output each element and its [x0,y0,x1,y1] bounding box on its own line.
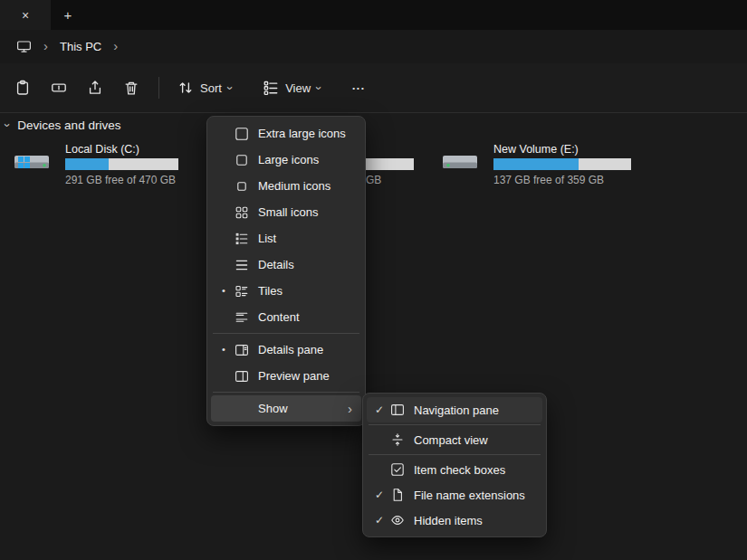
drive-free-space: GB [366,174,381,186]
sort-label: Sort [200,81,222,95]
this-pc-monitor-icon[interactable] [16,39,32,54]
new-tab-button[interactable]: + [56,4,80,26]
menu-item-label: Details pane [258,343,356,356]
sort-dropdown-button[interactable]: Sort › [168,71,241,104]
command-toolbar: Sort › View › ••• [0,63,747,113]
devices-and-drives-header[interactable]: › Devices and drives [5,119,120,132]
checkmark-icon: ✓ [375,404,384,415]
section-collapse-chevron-icon[interactable]: › [2,123,14,127]
menu-item-tiles[interactable]: • Tiles [211,278,361,304]
breadcrumb-location[interactable]: This PC [60,40,101,53]
selected-bullet: • [222,286,225,296]
file-name-extensions-icon [390,488,405,502]
menu-item-label: Medium icons [258,179,356,193]
menu-item-extra-large-icons[interactable]: Extra large icons [211,120,361,147]
paste-button[interactable] [5,71,41,104]
details-pane-icon [235,343,249,357]
menu-item-label: Navigation pane [414,403,537,417]
menu-item-label: Details [258,258,356,271]
selection-gutter: ✓ [369,489,390,500]
selection-gutter: ✓ [369,404,390,415]
breadcrumb-chevron-icon[interactable]: › [113,39,118,54]
menu-item-compact-view[interactable]: Compact view [367,427,542,452]
see-more-button[interactable]: ••• [344,71,373,104]
empty-icon-slot [235,402,249,416]
menu-separator [369,424,541,425]
drive-free-space: 137 GB free of 359 GB [493,174,604,186]
menu-item-label: Hidden items [414,514,537,527]
delete-trash-icon [123,80,139,96]
menu-separator [369,454,541,455]
checkmark-icon: ✓ [375,489,384,500]
details-icon [235,258,249,272]
selection-gutter: • [213,286,235,296]
view-dropdown-button[interactable]: View › [254,71,330,104]
breadcrumb-chevron-icon[interactable]: › [43,39,48,54]
paste-icon [14,80,31,96]
share-button[interactable] [77,71,113,104]
small-icons-icon [235,205,249,220]
selected-bullet: • [222,345,225,355]
content-icon [235,310,249,325]
menu-item-details-pane[interactable]: • Details pane [211,337,361,363]
menu-item-preview-pane[interactable]: Preview pane [211,363,361,389]
sort-arrows-icon [177,80,194,96]
menu-item-label: Item check boxes [414,463,537,477]
menu-item-label: Content [258,310,356,324]
menu-item-list[interactable]: List [211,225,361,252]
address-bar: › This PC › [0,30,747,63]
tiles-icon [235,284,249,299]
drive-usage-bar [65,158,178,170]
delete-button[interactable] [113,71,149,104]
hidden-items-eye-icon [390,513,405,527]
menu-separator [213,392,359,393]
item-check-boxes-icon [390,462,405,477]
menu-item-label: Preview pane [258,369,356,383]
rename-icon [51,80,67,96]
menu-item-item-check-boxes[interactable]: Item check boxes [367,457,542,482]
menu-item-small-icons[interactable]: Small icons [211,199,361,225]
medium-icons-icon [235,179,249,194]
checkmark-icon: ✓ [375,515,384,526]
drive-usage-fill [493,158,579,170]
menu-separator [213,333,359,334]
menu-item-details[interactable]: Details [211,252,361,278]
selection-gutter: ✓ [369,515,390,526]
chevron-down-icon: › [225,86,236,90]
menu-item-medium-icons[interactable]: Medium icons [211,173,361,199]
menu-item-content[interactable]: Content [211,304,361,330]
compact-view-icon [390,432,405,447]
menu-item-label: Compact view [414,433,537,447]
submenu-chevron-icon: › [348,402,356,415]
preview-pane-icon [235,369,249,384]
toolbar-divider [158,77,159,99]
section-title: Devices and drives [17,119,120,132]
tab-close-icon[interactable]: × [22,9,29,22]
explorer-tab[interactable]: × [0,0,51,30]
extra-large-icons-icon [235,127,249,141]
rename-button[interactable] [41,71,77,104]
drive-usage-bar [493,158,631,170]
menu-item-show[interactable]: Show › [211,395,361,422]
menu-item-label: Large icons [258,153,356,166]
large-icons-icon [235,153,249,167]
menu-item-label: Small icons [258,205,356,219]
tab-bar: × + [0,0,747,30]
drive-name[interactable]: Local Disk (C:) [65,143,139,156]
drive-usage-fill [65,158,109,170]
menu-item-file-name-extensions[interactable]: ✓ File name extensions [367,482,542,508]
menu-item-label: List [258,232,356,245]
share-icon [87,80,103,96]
view-label: View [285,81,311,95]
new-volume-e-icon[interactable] [440,147,480,176]
navigation-pane-icon [390,403,405,417]
selection-gutter: • [213,345,235,355]
menu-item-navigation-pane[interactable]: ✓ Navigation pane [367,397,542,422]
menu-item-hidden-items[interactable]: ✓ Hidden items [367,508,542,533]
view-layout-icon [263,80,279,96]
chevron-down-icon: › [313,86,325,90]
local-disk-c-icon[interactable] [12,147,52,176]
file-explorer-window: × + › This PC › [0,0,747,560]
drive-name[interactable]: New Volume (E:) [493,143,579,156]
menu-item-large-icons[interactable]: Large icons [211,147,361,173]
